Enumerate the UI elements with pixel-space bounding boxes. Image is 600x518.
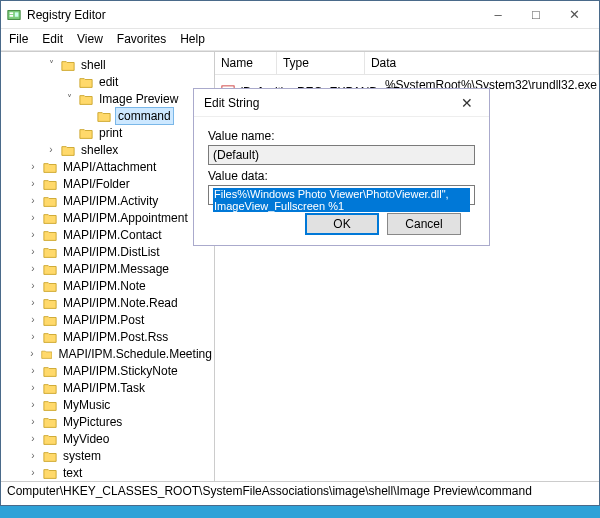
expand-toggle-icon[interactable]: › xyxy=(27,176,39,192)
expand-toggle-icon[interactable]: › xyxy=(27,261,39,277)
value-data-label: Value data: xyxy=(208,169,475,183)
tree-item[interactable]: ›MAPI/IPM.StickyNote xyxy=(5,362,214,379)
tree-pane[interactable]: ˅shelledit˅Image Previewcommandprint›she… xyxy=(1,52,215,481)
folder-icon xyxy=(43,467,57,479)
menu-favorites[interactable]: Favorites xyxy=(117,32,166,46)
folder-icon xyxy=(43,450,57,462)
folder-icon xyxy=(43,297,57,309)
expand-toggle-icon[interactable]: › xyxy=(27,397,39,413)
expand-toggle-icon[interactable]: › xyxy=(27,414,39,430)
svg-rect-3 xyxy=(15,12,19,16)
expand-toggle-icon[interactable]: › xyxy=(27,210,39,226)
tree-item-label: MAPI/IPM.StickyNote xyxy=(61,363,180,379)
tree-item[interactable]: ›system xyxy=(5,447,214,464)
col-header-type[interactable]: Type xyxy=(277,52,365,74)
folder-icon xyxy=(43,416,57,428)
folder-icon xyxy=(43,212,57,224)
expand-toggle-icon[interactable]: ˅ xyxy=(45,57,57,73)
folder-icon xyxy=(41,348,53,360)
expand-toggle-icon[interactable]: › xyxy=(27,295,39,311)
tree-item-label: MAPI/Folder xyxy=(61,176,132,192)
tree-item[interactable]: command xyxy=(5,107,214,124)
menu-edit[interactable]: Edit xyxy=(42,32,63,46)
value-data-field[interactable]: Files%\Windows Photo Viewer\PhotoViewer.… xyxy=(208,185,475,205)
status-bar: Computer\HKEY_CLASSES_ROOT\SystemFileAss… xyxy=(1,481,599,501)
tree-item[interactable]: edit xyxy=(5,73,214,90)
folder-icon xyxy=(43,280,57,292)
list-header: Name Type Data xyxy=(215,52,599,75)
expand-toggle-icon[interactable]: › xyxy=(27,159,39,175)
close-icon[interactable]: ✕ xyxy=(455,95,479,111)
tree-item[interactable]: ›MyMusic xyxy=(5,396,214,413)
tree-item[interactable]: ›shellex xyxy=(5,141,214,158)
tree-item[interactable]: ›MAPI/Attachment xyxy=(5,158,214,175)
tree-item-label: MAPI/IPM.Activity xyxy=(61,193,160,209)
col-header-name[interactable]: Name xyxy=(215,52,277,74)
folder-icon xyxy=(79,93,93,105)
menu-help[interactable]: Help xyxy=(180,32,205,46)
expand-toggle-icon[interactable]: › xyxy=(27,380,39,396)
expand-toggle-icon[interactable]: › xyxy=(27,346,37,362)
expand-toggle-icon[interactable]: › xyxy=(45,142,57,158)
tree-item-label: MAPI/IPM.Message xyxy=(61,261,171,277)
expand-toggle-icon[interactable]: › xyxy=(27,244,39,260)
tree-item[interactable]: ›text xyxy=(5,464,214,481)
tree-item[interactable]: ›MAPI/IPM.Note xyxy=(5,277,214,294)
tree-item[interactable]: ˅Image Preview xyxy=(5,90,214,107)
minimize-button[interactable]: – xyxy=(479,2,517,28)
folder-icon xyxy=(43,382,57,394)
expand-toggle-icon[interactable]: › xyxy=(27,329,39,345)
tree-item[interactable]: ›MAPI/IPM.Post xyxy=(5,311,214,328)
expand-toggle-icon[interactable]: › xyxy=(27,448,39,464)
cancel-button[interactable]: Cancel xyxy=(387,213,461,235)
folder-icon xyxy=(97,110,111,122)
tree-item[interactable]: ›MAPI/IPM.Schedule.Meeting xyxy=(5,345,214,362)
folder-icon xyxy=(43,263,57,275)
tree-item[interactable]: ˅shell xyxy=(5,56,214,73)
expand-toggle-icon[interactable]: › xyxy=(27,312,39,328)
menu-file[interactable]: File xyxy=(9,32,28,46)
expand-toggle-icon[interactable]: ˅ xyxy=(63,91,75,107)
expand-toggle-icon[interactable]: › xyxy=(27,363,39,379)
expand-toggle-icon[interactable]: › xyxy=(27,278,39,294)
tree-item-label: MAPI/IPM.DistList xyxy=(61,244,162,260)
tree-item[interactable]: ›MAPI/IPM.Note.Read xyxy=(5,294,214,311)
dialog-body: Value name: (Default) Value data: Files%… xyxy=(194,117,489,243)
folder-icon xyxy=(43,161,57,173)
expand-toggle-icon[interactable]: › xyxy=(27,465,39,481)
tree-item[interactable]: ›MAPI/IPM.Post.Rss xyxy=(5,328,214,345)
value-name-field[interactable]: (Default) xyxy=(208,145,475,165)
tree-item[interactable]: ›MAPI/IPM.Task xyxy=(5,379,214,396)
tree-item-label: MyVideo xyxy=(61,431,111,447)
folder-icon xyxy=(43,246,57,258)
svg-rect-1 xyxy=(10,12,14,14)
expand-toggle-icon[interactable]: › xyxy=(27,431,39,447)
tree-item[interactable]: ›MAPI/IPM.Appointment xyxy=(5,209,214,226)
col-header-data[interactable]: Data xyxy=(365,52,599,74)
tree-item-label: MAPI/IPM.Post xyxy=(61,312,146,328)
window-title: Registry Editor xyxy=(27,8,479,22)
tree-item[interactable]: ›MAPI/IPM.DistList xyxy=(5,243,214,260)
folder-icon xyxy=(43,178,57,190)
tree-item[interactable]: ›MAPI/IPM.Message xyxy=(5,260,214,277)
value-name-label: Value name: xyxy=(208,129,475,143)
close-button[interactable]: ✕ xyxy=(555,2,593,28)
expand-toggle-icon[interactable]: › xyxy=(27,193,39,209)
tree-item[interactable]: ›MyVideo xyxy=(5,430,214,447)
tree-item[interactable]: ›MyPictures xyxy=(5,413,214,430)
tree-item-label: shellex xyxy=(79,142,120,158)
tree-item[interactable]: ›MAPI/Folder xyxy=(5,175,214,192)
tree-item[interactable]: ›MAPI/IPM.Contact xyxy=(5,226,214,243)
regedit-icon xyxy=(7,8,21,22)
expand-toggle-icon[interactable]: › xyxy=(27,227,39,243)
tree-item-label: MAPI/IPM.Note.Read xyxy=(61,295,180,311)
ok-button[interactable]: OK xyxy=(305,213,379,235)
tree-item[interactable]: ›MAPI/IPM.Activity xyxy=(5,192,214,209)
tree-item-label: command xyxy=(115,107,174,125)
title-bar: Registry Editor – □ ✕ xyxy=(1,1,599,29)
tree-item-label: text xyxy=(61,465,84,481)
tree-item[interactable]: print xyxy=(5,124,214,141)
maximize-button[interactable]: □ xyxy=(517,2,555,28)
menu-view[interactable]: View xyxy=(77,32,103,46)
folder-icon xyxy=(43,314,57,326)
